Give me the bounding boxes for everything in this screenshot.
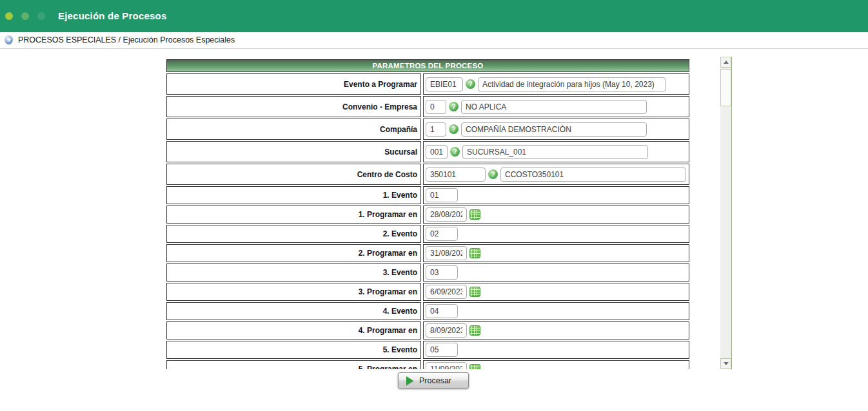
down-orb-icon[interactable]	[5, 35, 13, 44]
calendar-icon[interactable]	[469, 364, 480, 369]
event-input[interactable]	[426, 227, 458, 241]
field-input-cell	[423, 206, 689, 224]
scrollbar-up-button[interactable]	[720, 57, 731, 68]
field-input-cell	[423, 141, 689, 162]
event-input[interactable]	[426, 265, 458, 280]
header-dot	[21, 12, 29, 20]
event-input[interactable]	[426, 343, 458, 357]
field-input-cell	[423, 73, 689, 95]
form-scroll-viewport: PARAMETROS DEL PROCESO Evento a Programa…	[166, 57, 690, 369]
page-title: Ejecución de Procesos	[58, 0, 166, 32]
calendar-icon[interactable]	[469, 209, 480, 220]
field-input-cell	[423, 119, 689, 140]
parameters-table: PARAMETROS DEL PROCESO Evento a Programa…	[166, 59, 689, 369]
help-icon[interactable]	[450, 147, 460, 157]
form-row: 3. Programar en	[166, 283, 689, 301]
field-input-cell	[423, 225, 689, 243]
code-input[interactable]	[426, 77, 463, 91]
date-input[interactable]	[426, 207, 467, 222]
play-icon	[406, 376, 413, 385]
field-label: Sucursal	[166, 141, 421, 162]
scrollbar-down-button[interactable]	[720, 358, 731, 369]
procesar-button[interactable]: Procesar	[398, 372, 469, 388]
calendar-icon[interactable]	[469, 287, 480, 297]
procesar-button-label: Procesar	[419, 376, 451, 385]
form-row: 5. Programar en	[166, 360, 689, 369]
calendar-icon[interactable]	[469, 325, 480, 336]
breadcrumb: PROCESOS ESPECIALES / Ejecución Procesos…	[18, 32, 235, 48]
help-icon[interactable]	[449, 124, 459, 134]
field-input-cell	[423, 186, 689, 204]
event-input[interactable]	[426, 188, 458, 202]
breadcrumb-bar: PROCESOS ESPECIALES / Ejecución Procesos…	[0, 32, 868, 49]
description-input[interactable]	[461, 100, 647, 114]
field-input-cell	[423, 321, 689, 339]
header-dots	[5, 12, 45, 20]
form-row: Sucursal	[166, 141, 689, 162]
form-row: Evento a Programar	[166, 73, 689, 95]
table-title: PARAMETROS DEL PROCESO	[166, 59, 689, 72]
code-input[interactable]	[426, 167, 486, 182]
code-input[interactable]	[426, 145, 448, 159]
form-row: Compañía	[166, 119, 689, 140]
field-input-cell	[423, 164, 689, 185]
help-icon[interactable]	[488, 169, 498, 179]
description-input[interactable]	[461, 122, 647, 137]
field-label: 1. Programar en	[166, 206, 421, 224]
form-row: Centro de Costo	[166, 164, 689, 185]
field-input-cell	[423, 263, 689, 282]
description-input[interactable]	[462, 145, 648, 159]
header-dot	[37, 12, 45, 20]
arrow-up-icon	[724, 61, 729, 64]
date-input[interactable]	[426, 285, 467, 299]
field-input-cell	[423, 341, 689, 359]
date-input[interactable]	[426, 362, 467, 369]
field-label: 4. Programar en	[166, 321, 421, 339]
field-label: 4. Evento	[166, 302, 421, 320]
field-label: 3. Programar en	[166, 283, 421, 301]
form-row: 2. Evento	[166, 225, 689, 243]
help-icon[interactable]	[449, 102, 459, 111]
form-row: 3. Evento	[166, 263, 689, 282]
field-label: Compañía	[166, 119, 421, 140]
form-row: Convenio - Empresa	[166, 96, 689, 117]
field-input-cell	[423, 360, 689, 369]
field-label: 3. Evento	[166, 263, 421, 282]
field-label: Convenio - Empresa	[166, 96, 421, 117]
field-label: 5. Evento	[166, 341, 421, 359]
field-label: Centro de Costo	[166, 164, 421, 185]
calendar-icon[interactable]	[469, 248, 480, 258]
code-input[interactable]	[426, 100, 446, 114]
field-label: 5. Programar en	[166, 360, 421, 369]
help-icon[interactable]	[466, 79, 475, 89]
date-input[interactable]	[426, 246, 467, 260]
form-row: 5. Evento	[166, 341, 689, 359]
header-dot	[5, 12, 13, 20]
scrollbar-thumb[interactable]	[720, 69, 731, 106]
vertical-scrollbar[interactable]	[720, 57, 732, 369]
field-label: 1. Evento	[166, 186, 421, 204]
form-row: 4. Programar en	[166, 321, 689, 339]
form-row: 1. Evento	[166, 186, 689, 204]
field-input-cell	[423, 96, 689, 117]
field-input-cell	[423, 283, 689, 301]
form-row: 1. Programar en	[166, 206, 689, 224]
event-input[interactable]	[426, 304, 458, 318]
field-label: Evento a Programar	[166, 73, 421, 95]
field-input-cell	[423, 302, 689, 320]
field-input-cell	[423, 244, 689, 262]
field-label: 2. Programar en	[166, 244, 421, 262]
description-input[interactable]	[478, 77, 666, 91]
form-row: 2. Programar en	[166, 244, 689, 262]
code-input[interactable]	[426, 122, 446, 137]
date-input[interactable]	[426, 323, 467, 338]
description-input[interactable]	[500, 167, 686, 182]
field-label: 2. Evento	[166, 225, 421, 243]
app-header-bar: Ejecución de Procesos	[0, 0, 868, 32]
arrow-down-icon	[724, 362, 729, 365]
form-row: 4. Evento	[166, 302, 689, 320]
